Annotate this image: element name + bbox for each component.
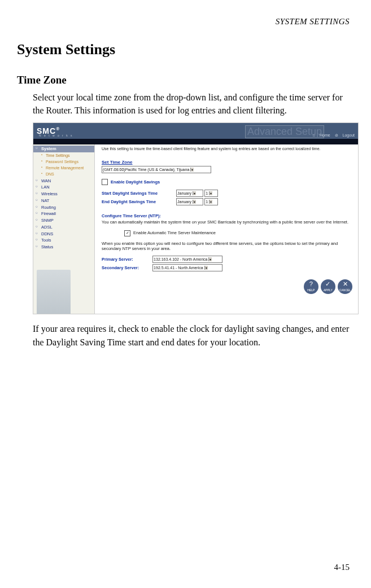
sidebar-item-routing[interactable]: Routing <box>33 204 94 211</box>
sidebar-item-password-settings[interactable]: Password Settings <box>33 159 94 165</box>
sidebar-item-status[interactable]: Status <box>33 244 94 251</box>
smc-logo-subtext: N e t w o r k s <box>39 134 73 137</box>
apply-button[interactable]: ✓APPLY <box>321 279 335 294</box>
sidebar-nav: System Time Settings Password Settings R… <box>33 144 95 314</box>
question-icon: ? <box>304 279 318 288</box>
sidebar-item-ddns[interactable]: DDNS <box>33 231 94 238</box>
cancel-button[interactable]: ✕CANCEL <box>338 279 352 294</box>
sidebar-item-system[interactable]: System <box>33 146 94 152</box>
outro-paragraph: If your area requires it, check to enabl… <box>33 322 350 348</box>
end-day-select[interactable]: 1 <box>204 198 218 205</box>
running-head: SYSTEM SETTINGS <box>17 17 350 27</box>
logout-link[interactable]: ⊘ Logout <box>335 133 355 137</box>
start-daylight-label: Start Daylight Savings Time <box>102 191 175 196</box>
header-dark-bar <box>33 139 358 144</box>
enable-daylight-label: Enable Daylight Savings <box>111 179 160 185</box>
start-day-select[interactable]: 1 <box>204 190 218 197</box>
ntp-heading: Configure Time Server (NTP): <box>102 213 161 218</box>
sidebar-decorative-image <box>37 270 71 314</box>
page-number: 4-15 <box>334 563 350 572</box>
sidebar-item-wan[interactable]: WAN <box>33 178 94 185</box>
sidebar-item-tools[interactable]: Tools <box>33 237 94 244</box>
home-link[interactable]: ⌂ Home <box>313 133 330 137</box>
page-title: System Settings <box>17 41 350 58</box>
check-icon: ✓ <box>321 279 335 288</box>
auto-time-server-label: Enable Automatic Time Server Maintenance <box>133 231 216 236</box>
primary-server-label: Primary Server: <box>102 257 151 262</box>
sidebar-item-lan[interactable]: LAN <box>33 184 94 191</box>
sidebar-item-dns[interactable]: DNS <box>33 171 94 177</box>
sidebar-item-wireless[interactable]: Wireless <box>33 191 94 198</box>
end-daylight-label: End Daylight Savings Time <box>102 199 175 204</box>
sidebar-item-time-settings[interactable]: Time Settings <box>33 152 94 159</box>
router-admin-screenshot: SMC® N e t w o r k s Advanced Setup ⌂ Ho… <box>33 122 359 314</box>
content-intro-text: Use this setting to insure the time-base… <box>102 147 353 151</box>
screenshot-header: SMC® N e t w o r k s Advanced Setup ⌂ Ho… <box>33 123 358 139</box>
screenshot-content-pane: Use this setting to insure the time-base… <box>95 144 358 314</box>
help-button[interactable]: ?HELP <box>304 279 318 294</box>
secondary-server-select[interactable]: 192.5.41.41 - North America <box>152 264 222 271</box>
primary-server-select[interactable]: 132.163.4.102 - North America <box>152 256 222 263</box>
top-nav-links: ⌂ Home ⊘ Logout <box>309 133 355 138</box>
x-icon: ✕ <box>338 279 352 288</box>
timezone-select[interactable]: (GMT-08:00)Pacific Time (US & Canada); T… <box>102 166 211 173</box>
set-time-zone-heading: Set Time Zone <box>102 160 353 165</box>
sidebar-item-nat[interactable]: NAT <box>33 198 94 204</box>
section-heading-time-zone: Time Zone <box>17 74 350 86</box>
ntp-description-2: When you enable this option you will nee… <box>102 241 353 251</box>
start-month-select[interactable]: January <box>176 190 203 197</box>
sidebar-item-snmp[interactable]: SNMP <box>33 217 94 224</box>
sidebar-item-adsl[interactable]: ADSL <box>33 224 94 231</box>
sidebar-item-remote-management[interactable]: Remote Management <box>33 165 94 171</box>
auto-time-server-checkbox[interactable]: ✓ <box>124 230 130 236</box>
ntp-description: You can automatically maintain the syste… <box>102 220 353 225</box>
intro-paragraph: Select your local time zone from the dro… <box>33 91 350 117</box>
sidebar-item-firewall[interactable]: Firewall <box>33 210 94 217</box>
secondary-server-label: Secondary Server: <box>102 265 151 270</box>
enable-daylight-checkbox[interactable] <box>102 179 108 185</box>
end-month-select[interactable]: January <box>176 198 203 205</box>
